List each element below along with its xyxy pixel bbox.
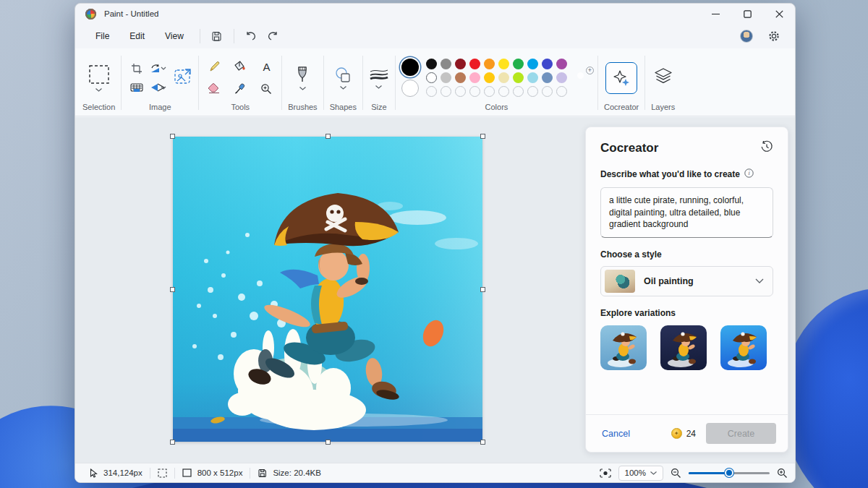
palette-color-3-7[interactable] [527,86,538,97]
palette-color-3-8[interactable] [542,86,553,97]
text-tool-icon[interactable]: A [257,59,276,76]
palette-color-1-6[interactable] [513,59,524,69]
brushes-tool[interactable] [296,66,309,90]
palette-color-1-2[interactable] [455,59,466,69]
palette-color-1-5[interactable] [498,59,509,69]
resize-handle-ne[interactable] [480,134,485,139]
save-icon[interactable] [206,27,228,46]
palette-color-1-1[interactable] [441,59,451,69]
palette-color-3-1[interactable] [441,86,451,97]
variation-thumbnail-2[interactable] [660,325,707,370]
image-group-label: Image [149,103,171,113]
palette-color-1-0[interactable] [426,59,437,69]
selection-size-icon [158,468,167,478]
palette-color-2-2[interactable] [455,72,466,83]
prompt-input[interactable]: a little cute pirate, running, colorful,… [600,187,773,238]
rotate-icon[interactable] [149,60,168,77]
account-avatar[interactable] [740,30,753,43]
palette-color-3-9[interactable] [556,86,567,97]
palette-color-3-4[interactable] [484,86,495,97]
chevron-down-icon [299,87,306,90]
resize-handle-sw[interactable] [170,440,175,445]
edit-colors-button[interactable]: + [574,69,592,87]
brushes-group: Brushes [284,51,321,116]
palette-color-3-0[interactable] [426,86,437,97]
crop-icon[interactable] [127,60,146,77]
palette-color-2-1[interactable] [441,72,451,83]
credits-count: 24 [686,429,696,439]
magnifier-icon[interactable] [257,80,276,98]
palette-color-2-3[interactable] [469,72,480,83]
palette-color-2-8[interactable] [542,72,553,83]
resize-image-icon[interactable] [174,67,192,89]
redo-icon[interactable] [262,27,284,46]
cocreator-button[interactable] [605,62,637,94]
chevron-down-icon [650,471,657,475]
create-button[interactable]: Create [706,423,776,444]
variation-thumbnail-3[interactable] [720,325,767,370]
zoom-out-icon[interactable] [671,468,681,479]
palette-color-2-6[interactable] [513,72,524,83]
selection-group-label: Selection [82,103,115,113]
canvas[interactable] [173,137,482,442]
layers-group: Layers [647,51,679,116]
palette-color-1-7[interactable] [527,59,538,69]
palette-color-2-7[interactable] [527,72,538,83]
history-icon[interactable] [760,140,773,156]
undo-icon[interactable] [240,27,262,46]
palette-color-1-4[interactable] [484,59,495,69]
cancel-button[interactable]: Cancel [602,429,630,439]
info-icon[interactable]: i [744,168,754,181]
resize-handle-n[interactable] [326,134,331,139]
selection-tool[interactable] [87,64,111,92]
color-picker-icon[interactable] [231,80,250,98]
palette-color-3-2[interactable] [455,86,466,97]
secondary-color-swatch[interactable] [401,80,419,97]
style-dropdown[interactable]: Oil painting [600,266,773,296]
settings-gear-icon[interactable] [763,27,785,46]
zoom-level-dropdown[interactable]: 100% [618,466,663,481]
variations-label: Explore variations [600,308,773,318]
menu-file[interactable]: File [85,27,119,45]
palette-color-1-9[interactable] [556,59,567,69]
zoom-slider-thumb[interactable] [725,468,733,477]
ribbon-toolbar: Selection [75,48,795,116]
fit-to-screen-icon[interactable] [600,468,611,478]
resize-handle-s[interactable] [326,440,331,445]
image-group: Image [123,51,197,116]
menu-view[interactable]: View [155,27,194,45]
pencil-icon[interactable] [205,59,224,76]
palette-color-1-8[interactable] [542,59,553,69]
palette-color-2-0[interactable] [426,72,437,83]
cursor-icon [90,468,98,478]
minimize-button[interactable] [699,4,731,24]
fill-bucket-icon[interactable] [231,59,250,76]
palette-color-3-3[interactable] [469,86,480,97]
maximize-button[interactable] [731,4,763,24]
primary-color-swatch[interactable] [401,59,419,76]
palette-color-3-5[interactable] [498,86,509,97]
size-tool[interactable] [369,67,389,89]
palette-color-2-9[interactable] [556,72,567,83]
layers-button[interactable] [653,67,673,89]
eraser-icon[interactable] [205,80,224,98]
menu-edit[interactable]: Edit [119,27,155,45]
shapes-tool[interactable] [333,67,352,90]
resize-handle-nw[interactable] [170,134,175,139]
fill-pattern-icon[interactable] [127,79,146,96]
palette-color-1-3[interactable] [469,59,480,69]
zoom-slider[interactable] [689,468,770,478]
close-button[interactable] [763,4,795,24]
flip-icon[interactable] [149,79,168,96]
sparkles-icon [612,69,631,87]
palette-color-2-5[interactable] [498,72,509,83]
resize-handle-e[interactable] [480,287,485,292]
resize-handle-w[interactable] [170,287,175,292]
variation-thumbnail-1[interactable] [600,325,647,370]
zoom-in-icon[interactable] [777,468,788,479]
cocreator-group: Cocreator [600,51,643,116]
layers-icon [653,67,673,86]
resize-handle-se[interactable] [480,440,485,445]
palette-color-3-6[interactable] [513,86,524,97]
palette-color-2-4[interactable] [484,72,495,83]
